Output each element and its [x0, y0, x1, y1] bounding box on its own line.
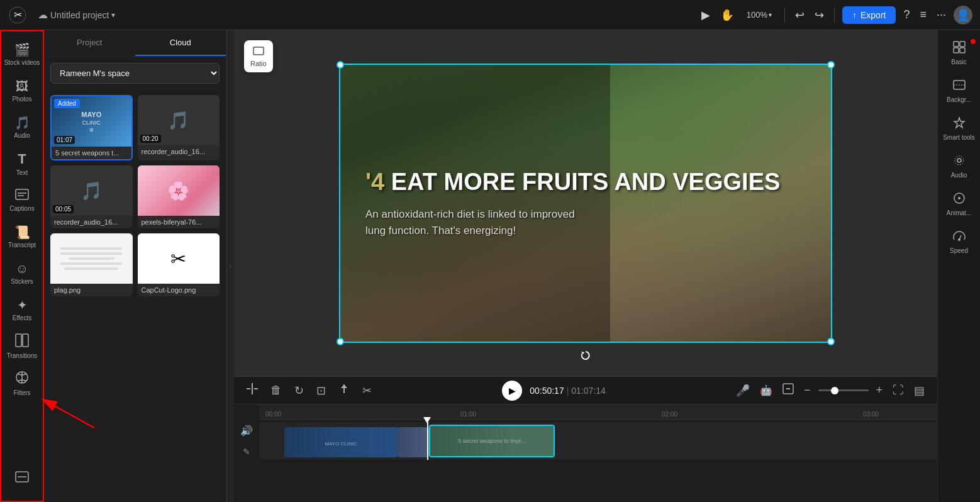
more-button[interactable]: ···	[934, 6, 949, 24]
speed-icon	[953, 230, 966, 245]
media-name-1: 5 secret weapons t...	[52, 147, 131, 159]
copy-tool[interactable]: ↻	[292, 381, 306, 400]
cut-tool[interactable]: ✂	[360, 381, 374, 400]
right-item-speed[interactable]: Speed	[939, 224, 979, 259]
sidebar-item-stock-videos[interactable]: 🎬 Stock videos	[1, 36, 43, 72]
handle-bottom-left[interactable]	[337, 338, 344, 345]
text-icon: T	[18, 151, 26, 167]
audio-icon: 🎵	[14, 115, 30, 130]
sidebar-item-transcript[interactable]: 📜 Transcript	[1, 219, 43, 254]
media-name-5: plag.png	[50, 284, 133, 296]
right-panel: Basic Backgr... Smart tools Audio Ani	[937, 30, 980, 502]
main-video-track: MAYO CLINIC 5 secret weap	[259, 422, 937, 460]
playhead[interactable]	[427, 422, 428, 460]
sidebar-item-filters[interactable]: Filters	[1, 365, 43, 401]
video-clip-2[interactable]	[398, 425, 429, 457]
split-cursor-tool[interactable]	[244, 381, 260, 400]
sidebar-icons: 🎬 Stock videos 🖼 Photos 🎵 Audio T Text C…	[0, 30, 44, 502]
crop-tool[interactable]: ⊡	[314, 381, 328, 400]
sidebar-item-transitions[interactable]: Transitions	[1, 328, 43, 364]
handle-bottom-right[interactable]	[827, 338, 835, 345]
edit-pencil-icon[interactable]: ✎	[240, 444, 253, 459]
ruler-0: 00:00	[265, 411, 281, 418]
play-preview-button[interactable]: ▶	[699, 6, 713, 25]
tab-project[interactable]: Project	[44, 30, 135, 56]
media-name-3: recorder_audio_16...	[50, 216, 133, 228]
redo-button[interactable]: ↪	[812, 6, 827, 25]
zoom-out-button[interactable]: −	[801, 381, 813, 399]
handle-top-right[interactable]	[827, 61, 835, 69]
playhead-head	[423, 417, 431, 423]
svg-point-32	[958, 238, 961, 241]
delete-tool[interactable]: 🗑	[268, 381, 284, 399]
export-button[interactable]: ↑ Export	[842, 6, 896, 24]
ratio-button[interactable]: Ratio	[244, 40, 273, 72]
right-item-smart-tools[interactable]: Smart tools	[939, 111, 979, 146]
media-item-6[interactable]: ✂ CapCut-Logo.png	[138, 233, 220, 296]
avatar[interactable]: 👤	[954, 6, 972, 25]
smart-tools-icon	[953, 116, 966, 132]
basic-dot	[971, 39, 976, 44]
mirror-tool[interactable]	[336, 381, 352, 400]
media-item-5[interactable]: plag.png	[50, 233, 133, 296]
layout-button[interactable]: ▤	[911, 381, 927, 400]
text-overlay-button[interactable]	[780, 381, 796, 400]
animation-icon	[953, 192, 966, 208]
canvas-video[interactable]: '4 EAT MORE FRUITS AND VEGGIES An antiox…	[340, 65, 831, 342]
fullscreen-button[interactable]: ⛶	[890, 381, 906, 399]
right-item-animation[interactable]: Animat...	[939, 186, 979, 221]
zoom-slider[interactable]	[818, 389, 869, 391]
right-item-background[interactable]: Backgr...	[939, 73, 979, 108]
music-icon-3: 🎵	[81, 181, 103, 201]
sidebar-item-bottom[interactable]	[1, 460, 43, 496]
photos-icon: 🖼	[16, 79, 28, 94]
handle-top-left[interactable]	[337, 61, 344, 69]
svg-rect-5	[16, 334, 21, 347]
media-thumb-2: 🎵 00:20	[138, 95, 220, 145]
media-thumb-4: 🌸	[138, 165, 220, 216]
app-logo[interactable]: ✂	[8, 5, 28, 25]
divider	[784, 8, 785, 23]
media-item-3[interactable]: 🎵 00:05 recorder_audio_16...	[50, 165, 133, 228]
sidebar-item-audio[interactable]: 🎵 Audio	[1, 109, 43, 145]
media-duration-1: 01:07	[54, 136, 75, 144]
zoom-in-button[interactable]: +	[874, 381, 886, 399]
media-item-2[interactable]: 🎵 00:20 recorder_audio_16...	[138, 95, 220, 160]
panel-collapse[interactable]: ›	[226, 30, 234, 502]
ai-caption-button[interactable]: 🤖	[757, 382, 775, 399]
media-item-1[interactable]: MAYO CLINIC ⊞ Added 01:07 5 secret weapo…	[50, 95, 133, 160]
ruler-2: 02:00	[662, 411, 677, 418]
volume-icon[interactable]: 🔊	[238, 422, 255, 439]
sidebar-item-captions[interactable]: Captions	[1, 182, 43, 218]
undo-button[interactable]: ↩	[793, 6, 807, 25]
sidebar-item-effects[interactable]: ✦ Effects	[1, 292, 43, 327]
tab-cloud[interactable]: Cloud	[135, 30, 226, 56]
help-button[interactable]: ?	[901, 6, 912, 24]
zoom-selector[interactable]: 100% ▾	[742, 8, 777, 22]
media-duration-3: 00:05	[53, 205, 74, 213]
media-item-4[interactable]: 🌸 pexels-biferyal-76...	[138, 165, 220, 228]
transitions-icon	[15, 333, 29, 350]
ruler-1: 01:00	[460, 411, 476, 418]
video-clip-3[interactable]: 5 secret weapons to impr...	[429, 425, 555, 457]
right-item-audio[interactable]: Audio	[939, 148, 979, 184]
sidebar-item-stickers[interactable]: ☺ Stickers	[1, 255, 43, 291]
video-clip-1[interactable]: MAYO CLINIC	[284, 425, 398, 457]
project-name[interactable]: ☁ Untitled project ▾	[38, 9, 115, 21]
mic-button[interactable]: 🎤	[733, 381, 752, 400]
media-thumb-3: 🎵 00:05	[50, 165, 133, 216]
timeline-play-button[interactable]: ▶	[502, 381, 522, 401]
rotate-handle[interactable]	[581, 350, 591, 360]
queue-button[interactable]: ≡	[917, 6, 929, 24]
timeline-toolbar: 🗑 ↻ ⊡ ✂ ▶ 00:50:17 | 01:07:14 🎤 🤖	[234, 377, 937, 404]
right-item-basic[interactable]: Basic	[939, 35, 979, 70]
svg-rect-11	[253, 47, 264, 55]
hand-tool-button[interactable]: ✋	[718, 6, 737, 25]
sidebar-item-photos[interactable]: 🖼 Photos	[1, 73, 43, 108]
main-layout: 🎬 Stock videos 🖼 Photos 🎵 Audio T Text C…	[0, 30, 980, 502]
filters-icon	[15, 371, 29, 388]
space-selector[interactable]: Rameen M's space	[50, 63, 220, 84]
sidebar-item-text[interactable]: T Text	[1, 146, 43, 181]
canvas-viewport: Ratio '4 EAT MORE FRUITS AND VE	[234, 30, 937, 376]
media-duration-2: 00:20	[140, 135, 161, 143]
